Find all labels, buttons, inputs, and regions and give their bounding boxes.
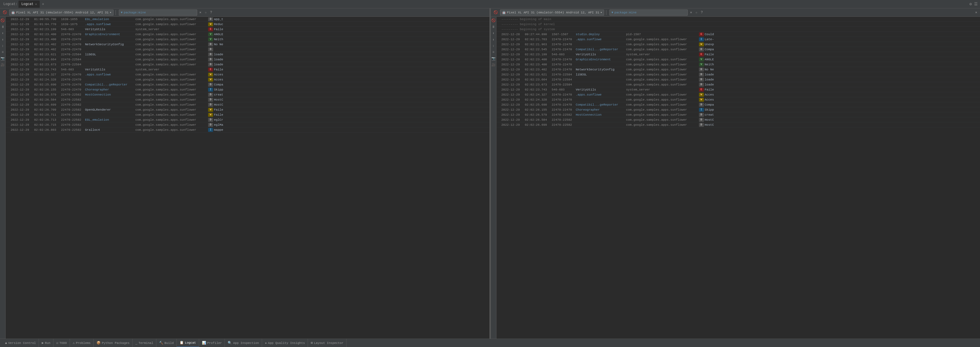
log-tag[interactable]: Compatibil...geReporter [576, 48, 626, 51]
log-row[interactable]: 2022-12-2902:02:26.71122470-22582com.goo… [6, 112, 490, 117]
log-row[interactable]: 2022-12-2902:02:23.40022470-22470Graphic… [6, 32, 490, 37]
scroll-down-icon[interactable]: ⬇ [0, 31, 5, 35]
settings-icon[interactable]: ⚙ ☰ [969, 2, 978, 6]
log-row[interactable]: 2022-12-2902:02:26.15522470-22470Choreog… [496, 107, 980, 112]
scroll-down-icon[interactable]: ⬇ [491, 31, 496, 35]
log-tag[interactable]: .apps.sunflowe [85, 73, 135, 76]
log-tag[interactable]: GraphicsEnvironment [576, 58, 626, 61]
help-button[interactable]: ? [209, 10, 213, 15]
log-tag[interactable]: HostConnection [576, 113, 626, 117]
log-row[interactable]: 2022-12-2902:02:23.67322470-22584com.goo… [6, 62, 490, 67]
log-row[interactable]: 2022-12-2902:02:26.57922470-22582HostCon… [6, 92, 490, 97]
scroll-up-icon[interactable]: ⬆ [491, 38, 496, 42]
log-row[interactable]: 2022-12-2902:02:26.15522470-22470Choreog… [6, 87, 490, 92]
log-row[interactable]: 2022-12-2809:27:44.8901507-1507studio.de… [496, 32, 980, 37]
log-row[interactable]: 2022-12-2902:02:25.69022470-22470Compati… [496, 102, 980, 107]
log-row[interactable]: 2022-12-2902:02:24.32722470-22470.apps.s… [6, 72, 490, 77]
log-row[interactable]: 2022-12-2902:02:26.69922470-22582com.goo… [6, 102, 490, 107]
log-row[interactable]: 2022-12-2902:02:23.743546-603VerityUtils… [496, 87, 980, 92]
log-row[interactable]: 2022-12-2902:02:26.69922470-22582com.goo… [496, 122, 980, 127]
log-row[interactable]: 2022-12-2902:02:25.69022470-22470Compati… [6, 82, 490, 87]
format-icon[interactable]: ↕ [0, 44, 5, 48]
scroll-up-icon[interactable]: ⬆ [0, 38, 5, 42]
log-row[interactable]: 2022-12-2901:00:55.7901639-1855EGL_emula… [6, 17, 490, 22]
bottom-item-terminal[interactable]: _Terminal [132, 339, 156, 347]
log-tag[interactable]: .apps.sunflowe [85, 23, 135, 26]
screenshot-icon[interactable]: 📷 [491, 56, 496, 61]
log-row[interactable]: 2022-12-2902:02:26.58422470-22582com.goo… [496, 117, 980, 122]
bottom-item-run[interactable]: ▶Run [39, 339, 53, 347]
log-tag[interactable]: Choreographer [576, 108, 626, 111]
log-row[interactable]: 2022-12-2902:02:23.62122470-22584libEGLc… [6, 52, 490, 57]
device-selector[interactable]: 🤖Pixel XL API 31 (emulator-5554) Android… [9, 10, 113, 16]
bookmark-button[interactable]: ☆ [694, 10, 698, 15]
tab-logcat[interactable]: Logcat ✕ [19, 0, 40, 8]
log-row[interactable]: 2022-12-2902:02:23.199546-603VerityUtils… [6, 27, 490, 32]
clear-logcat-button[interactable]: 🚫 [493, 10, 499, 15]
bottom-item-logcat[interactable]: 📋Logcat [177, 339, 199, 347]
log-row[interactable]: 2022-12-2902:02:26.57922470-22582HostCon… [496, 112, 980, 117]
log-row[interactable]: 2022-12-2902:02:24.32722470-22470.apps.s… [496, 92, 980, 97]
log-row[interactable]: 2022-12-2902:02:23.40222470-22470Network… [496, 67, 980, 72]
record-icon[interactable]: 🎥 [0, 63, 5, 67]
log-tag[interactable]: studio.deploy [576, 33, 626, 36]
log-row[interactable]: 2022-12-2902:02:24.32822470-22470com.goo… [6, 77, 490, 82]
log-area[interactable]: --------- beginning of main--------- beg… [496, 17, 980, 339]
clear-filter-button[interactable]: ✕ [198, 10, 202, 15]
log-row[interactable]: 2022-12-2902:02:23.40022470-22470com.goo… [6, 37, 490, 42]
log-row[interactable]: 2022-12-2902:02:24.32822470-22470com.goo… [496, 97, 980, 102]
log-row[interactable]: 2022-12-2902:02:23.40022470-22470com.goo… [496, 62, 980, 67]
log-row[interactable]: 2022-12-2902:02:26.71522470-22582com.goo… [6, 122, 490, 127]
log-tag[interactable]: Compatibil...geReporter [576, 103, 626, 106]
bottom-item-app-quality[interactable]: ★App Quality Insights [262, 339, 308, 347]
bookmark-button[interactable]: ☆ [204, 10, 208, 15]
log-tag[interactable]: GraphicsEnvironment [85, 33, 135, 36]
filter-options-icon[interactable]: ≡ [0, 50, 5, 54]
pause-icon[interactable]: ⏸ [0, 25, 5, 29]
clear-icon[interactable]: 🚫 [491, 19, 496, 23]
log-row[interactable]: 2022-12-2902:02:26.70922470-22582OpenGLR… [6, 107, 490, 112]
log-tag[interactable]: Compatibil...geReporter [85, 83, 135, 86]
screenshot-icon[interactable]: 📷 [0, 56, 5, 61]
log-row[interactable]: 2022-12-2902:02:23.67322470-22584com.goo… [496, 82, 980, 87]
bottom-item-build[interactable]: 🔨Build [156, 339, 177, 347]
bottom-item-layout-inspector[interactable]: ⊞Layout Inspector [308, 339, 347, 347]
log-area[interactable]: 2022-12-2901:00:55.7901639-1855EGL_emula… [6, 17, 490, 339]
log-row[interactable]: 2022-12-2902:02:21.76322470-22470.apps.s… [496, 37, 980, 42]
tab-close-icon[interactable]: ✕ [35, 3, 37, 6]
log-row[interactable]: 2022-12-2902:02:26.80322470-22582Gralloc… [6, 127, 490, 132]
log-row[interactable]: 2022-12-2902:02:26.58422470-22582com.goo… [6, 97, 490, 102]
log-row[interactable]: 2022-12-2902:02:23.40022470-22470Graphic… [496, 57, 980, 62]
clear-right-button[interactable]: ✕ [974, 10, 978, 15]
clear-filter-button[interactable]: ✕ [689, 10, 693, 15]
bottom-item-profiler[interactable]: 📊Profiler [199, 339, 225, 347]
log-row[interactable]: 2022-12-2902:02:22.54522470-22470Compati… [496, 47, 980, 52]
log-row[interactable]: 2022-12-2902:02:23.62122470-22584libEGLc… [496, 72, 980, 77]
bottom-item-python-packages[interactable]: 📦Python Packages [94, 339, 132, 347]
clear-logcat-button[interactable]: 🚫 [2, 10, 8, 15]
tab-add-button[interactable]: + [40, 2, 46, 6]
bottom-item-problems[interactable]: ⚠Problems [70, 339, 94, 347]
bottom-item-app-inspection[interactable]: 🔍App Inspection [225, 339, 262, 347]
log-row[interactable]: 2022-12-2902:02:23.743546-603VerityUtils… [6, 67, 490, 72]
filter-input-area[interactable]: ▼package:mine [119, 10, 197, 16]
log-row[interactable]: 2022-12-2902:02:23.66422470-22584com.goo… [6, 57, 490, 62]
log-tag[interactable]: HostConnection [85, 93, 135, 97]
log-tag[interactable]: .apps.sunflowe [576, 93, 626, 97]
bottom-item-todo[interactable]: ☑TODO [53, 339, 70, 347]
pause-icon[interactable]: ⏸ [491, 25, 496, 29]
log-row[interactable]: 2022-12-2902:02:23.40222470-22470com.goo… [6, 47, 490, 52]
log-tag[interactable]: EGL_emulation [85, 118, 135, 122]
filter-options-icon[interactable]: ≡ [491, 50, 496, 54]
filter-input-area[interactable]: ▼package:mine [609, 10, 688, 16]
bottom-item-version-control[interactable]: ▲Version Control [2, 339, 39, 347]
log-tag[interactable]: EGL_emulation [85, 17, 135, 21]
log-row[interactable]: 2022-12-2902:02:23.40222470-22470Network… [6, 42, 490, 47]
log-tag[interactable]: .apps.sunflowe [576, 38, 626, 41]
help-button[interactable]: ? [700, 10, 704, 15]
format-icon[interactable]: ↕ [491, 44, 496, 48]
log-row[interactable]: 2022-12-2902:02:23.199546-603VerityUtils… [496, 52, 980, 57]
log-row[interactable]: 2022-12-2902:02:23.66422470-22584com.goo… [496, 77, 980, 82]
log-row[interactable]: 2022-12-2901:01:04.7701639-1675.apps.sun… [6, 22, 490, 27]
record-icon[interactable]: 🎥 [491, 63, 496, 67]
